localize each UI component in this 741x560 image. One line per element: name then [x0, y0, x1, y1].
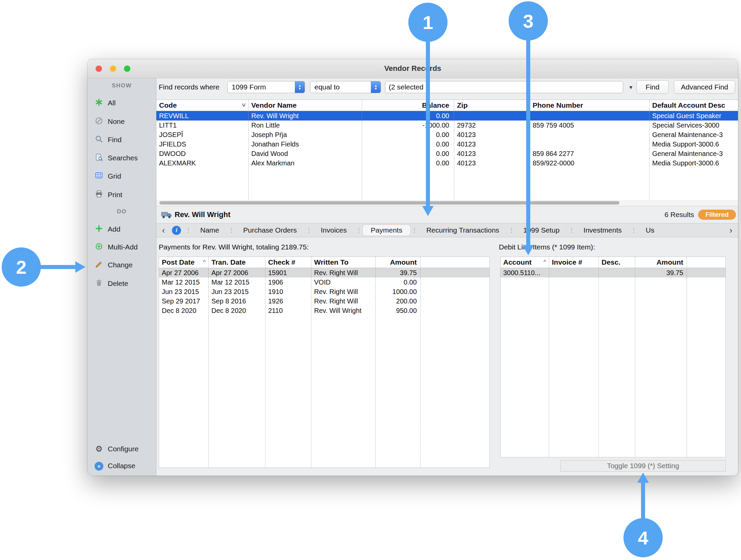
cell-post-date: Mar 12 2015 — [159, 277, 208, 287]
find-button[interactable]: Find — [636, 80, 669, 94]
table-row[interactable]: JFIELDS Jonathan Fields 0.00 40123 Media… — [156, 139, 738, 149]
table-row[interactable]: ALEXMARK Alex Markman 0.00 40123 859/922… — [156, 158, 738, 168]
printer-icon — [94, 190, 104, 199]
vendor-truck-icon — [161, 211, 172, 220]
sidebar-item-collapse[interactable]: « Collapse — [87, 457, 156, 475]
column-header-post-date[interactable]: Post Date^ — [159, 257, 208, 268]
callout-4-arrowhead-icon — [637, 473, 649, 483]
column-header-amount[interactable]: Amount — [375, 257, 420, 268]
tab-payments[interactable]: Payments — [363, 225, 410, 236]
tabs-scroll-left-icon[interactable]: ‹ — [159, 225, 168, 236]
sidebar-item-all[interactable]: All — [87, 94, 156, 112]
sidebar-item-multi-add[interactable]: Multi-Add — [87, 238, 156, 256]
sidebar-item-none[interactable]: None — [87, 112, 156, 131]
table-row[interactable]: JOSEPÎ Joseph Pŕja 0.00 40123 General Ma… — [156, 130, 738, 139]
cell-name: Alex Markman — [248, 158, 362, 168]
sidebar-item-label: Print — [108, 191, 122, 199]
cell-name: Rev. Will Wright — [248, 111, 362, 121]
cell-balance: 0.00 — [362, 130, 454, 139]
sidebar-item-find[interactable]: Find — [87, 131, 156, 149]
cell-written-to: Rev. Will Wright — [311, 306, 375, 315]
cell-zip: 40123 — [454, 139, 530, 149]
cell-check-number: 1926 — [265, 296, 311, 306]
sidebar-item-label: Add — [108, 225, 120, 233]
advanced-find-button[interactable]: Advanced Find — [674, 80, 735, 94]
collapse-icon: « — [94, 461, 104, 471]
tab-1099-setup[interactable]: 1099 Setup — [515, 225, 567, 236]
filtered-badge[interactable]: Filtered — [698, 210, 736, 220]
field-dropdown[interactable]: 1099 Form ▴▾ — [227, 81, 305, 93]
column-header-code[interactable]: Code˅ — [156, 100, 248, 111]
column-header-phone[interactable]: Phone Number — [530, 100, 649, 111]
sidebar-item-delete[interactable]: Delete — [87, 274, 156, 293]
table-row[interactable]: Sep 29 2017 Sep 8 2016 1926 Rev. Right W… — [159, 296, 489, 306]
cell-name: Ron Little — [248, 121, 362, 130]
column-header-desc[interactable]: Desc. — [598, 257, 635, 268]
vendor-records-window: Vendor Records SHOW All None — [87, 59, 738, 476]
sidebar-item-configure[interactable]: ⚙ Configure — [87, 440, 156, 458]
cell-name: Jonathan Fields — [248, 139, 362, 149]
cell-tran-date: Jun 23 2015 — [208, 287, 265, 296]
column-header-written-to[interactable]: Written To — [311, 257, 375, 268]
table-row[interactable]: REVWILL Rev. Will Wright 0.00 Special Gu… — [156, 111, 738, 121]
cell-tran-date: Dec 8 2020 — [208, 306, 265, 315]
vendor-table: Code˅ Vendor Name Balance Zip Phone Numb… — [156, 100, 738, 200]
table-row[interactable]: 3000.5110... 39.75 — [501, 268, 725, 277]
cell-post-date: Apr 27 2006 — [159, 268, 208, 277]
chevron-up-down-icon: ▴▾ — [371, 81, 381, 93]
tab-recurring-transactions[interactable]: Recurring Transactions — [418, 225, 507, 236]
column-header-balance[interactable]: Balance — [362, 100, 454, 111]
table-row[interactable]: Mar 12 2015 Mar 12 2015 1906 VOID 0.00 — [159, 277, 489, 287]
cell-code: ALEXMARK — [156, 158, 248, 168]
column-header-check-number[interactable]: Check # — [265, 257, 311, 268]
sidebar-item-grid[interactable]: Grid — [87, 167, 156, 185]
toggle-1099-setting-button[interactable]: Toggle 1099 (*) Setting — [560, 460, 726, 472]
sort-caret-icon: ^ — [203, 257, 206, 268]
tab-users[interactable]: Us — [638, 225, 663, 236]
scrollbar-thumb[interactable] — [159, 201, 619, 205]
cell-code: LITT1 — [156, 121, 248, 130]
sidebar-item-label: Change — [108, 261, 133, 269]
tab-separator: ⋮ — [356, 227, 362, 234]
column-header-zip[interactable]: Zip — [454, 100, 530, 111]
table-row[interactable]: LITT1 Ron Little -1000.00 29732 859 759 … — [156, 121, 738, 130]
cell-post-date: Jun 23 2015 — [159, 287, 208, 296]
cell-account: Special Services-3000 — [649, 121, 738, 130]
search-value-input[interactable] — [385, 81, 623, 93]
cell-account: General Maintenance-3 — [649, 130, 738, 139]
callout-4-arrow-line — [641, 483, 645, 519]
sidebar-item-add[interactable]: Add — [87, 220, 156, 238]
cell-amount: 1000.00 — [375, 287, 420, 296]
cell-zip: 40123 — [454, 130, 530, 139]
vendor-table-empty-area — [156, 168, 738, 200]
tab-purchase-orders[interactable]: Purchase Orders — [235, 225, 305, 236]
sidebar-item-searches[interactable]: Searches — [87, 149, 156, 167]
horizontal-scrollbar[interactable] — [156, 200, 738, 206]
table-row[interactable]: Jun 23 2015 Jun 23 2015 1910 Rev. Right … — [159, 287, 489, 296]
column-header-vendor-name[interactable]: Vendor Name — [248, 100, 362, 111]
info-icon[interactable]: i — [172, 226, 181, 235]
tabs-scroll-right-icon[interactable]: › — [726, 223, 735, 238]
debit-table-header: Account^ Invoice # Desc. Amount — [501, 257, 725, 268]
callout-3-arrow-line — [526, 39, 530, 245]
search-history-dropdown-icon[interactable]: ▼ — [627, 83, 635, 91]
tab-investments[interactable]: Investments — [576, 225, 630, 236]
column-header-account[interactable]: Account^ — [501, 257, 549, 268]
column-header-tran-date[interactable]: Tran. Date — [208, 257, 265, 268]
column-header-invoice-number[interactable]: Invoice # — [549, 257, 598, 268]
cell-zip: 40123 — [454, 149, 530, 158]
column-header-amount[interactable]: Amount — [635, 257, 687, 268]
cell-written-to: Rev. Right Will — [311, 296, 375, 306]
sidebar-item-print[interactable]: Print — [87, 186, 156, 204]
table-row[interactable]: Dec 8 2020 Dec 8 2020 2110 Rev. Will Wri… — [159, 306, 489, 315]
column-header-account[interactable]: Default Account Desc — [649, 100, 738, 111]
callout-1-arrowhead-icon — [422, 206, 434, 216]
debit-table-empty-area — [501, 277, 725, 457]
table-row[interactable]: DWOOD David Wood 0.00 40123 859 864 2277… — [156, 149, 738, 158]
sidebar-item-change[interactable]: Change — [87, 256, 156, 274]
tab-name[interactable]: Name — [192, 225, 227, 236]
table-row[interactable]: Apr 27 2006 Apr 27 2006 15901 Rev. Right… — [159, 268, 489, 277]
tab-invoices[interactable]: Invoices — [313, 225, 355, 236]
operator-dropdown[interactable]: equal to ▴▾ — [310, 81, 381, 93]
callout-2-arrow-line — [40, 265, 75, 269]
